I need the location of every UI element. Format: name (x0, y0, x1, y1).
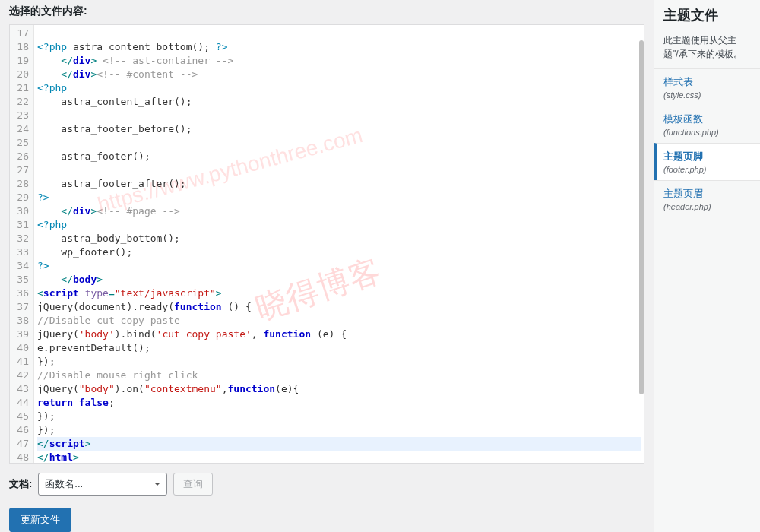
code-editor[interactable]: 1718192021222324252627282930313233343536… (9, 24, 644, 464)
code-line[interactable]: astra_footer_after(); (37, 177, 641, 191)
file-path: (functions.php) (663, 128, 751, 137)
code-line[interactable]: </div><!-- #page --> (37, 204, 641, 218)
sidebar-title: 主题文件 (654, 0, 760, 33)
scrollbar-thumb[interactable] (639, 40, 644, 394)
code-line[interactable]: ?> (37, 191, 641, 204)
code-line[interactable]: //Disable mouse right click (37, 369, 641, 382)
code-line[interactable]: e.preventDefault(); (37, 341, 641, 355)
theme-files-sidebar: 主题文件 此主题使用从父主题"/承下来的模板。 样式表(style.css)模板… (654, 0, 760, 532)
select-placeholder: 函数名... (45, 477, 83, 491)
code-line[interactable]: }); (37, 355, 641, 369)
file-path: (style.css) (663, 90, 751, 100)
code-line[interactable]: }); (37, 423, 641, 437)
file-path: (footer.php) (663, 165, 751, 174)
theme-file-item[interactable]: 样式表(style.css) (654, 68, 760, 106)
theme-file-item[interactable]: 主题页脚(footer.php) (654, 143, 760, 180)
file-name: 模板函数 (663, 112, 751, 126)
code-line[interactable]: <?php (37, 81, 641, 95)
code-line[interactable]: </body> (37, 273, 641, 287)
sidebar-desc: 此主题使用从父主题"/承下来的模板。 (654, 33, 760, 68)
code-line[interactable]: }); (37, 410, 641, 423)
code-line[interactable]: astra_content_after(); (37, 95, 641, 109)
update-file-button[interactable]: 更新文件 (9, 508, 71, 532)
code-line[interactable]: </div> <!-- ast-container --> (37, 54, 641, 68)
code-line[interactable] (37, 27, 641, 40)
scrollbar[interactable] (638, 25, 644, 463)
line-gutter: 1718192021222324252627282930313233343536… (10, 25, 34, 463)
code-line[interactable]: astra_footer_before(); (37, 122, 641, 136)
code-line[interactable]: </html> (37, 451, 641, 463)
code-line[interactable] (37, 163, 641, 177)
file-path: (header.php) (663, 202, 751, 211)
file-name: 主题页脚 (663, 150, 751, 163)
file-name: 样式表 (663, 75, 751, 89)
function-select[interactable]: 函数名... (38, 473, 167, 496)
code-line[interactable]: <?php astra_content_bottom(); ?> (37, 40, 641, 54)
code-line[interactable]: <?php (37, 218, 641, 232)
code-line[interactable]: <script type="text/javascript"> (37, 287, 641, 300)
code-line[interactable] (37, 136, 641, 150)
docs-label: 文档: (9, 477, 32, 491)
code-area[interactable]: <?php astra_content_bottom(); ?> </div> … (34, 25, 644, 463)
code-line[interactable]: jQuery("body").on("contextmenu",function… (37, 382, 641, 396)
code-line[interactable]: jQuery(document).ready(function () { (37, 300, 641, 314)
theme-file-item[interactable]: 主题页眉(header.php) (654, 180, 760, 217)
code-line[interactable] (37, 109, 641, 122)
theme-file-item[interactable]: 模板函数(functions.php) (654, 106, 760, 143)
content-label: 选择的文件内容: (9, 0, 644, 24)
file-name: 主题页眉 (663, 187, 751, 201)
code-line[interactable]: return false; (37, 396, 641, 410)
code-line[interactable]: </div><!-- #content --> (37, 68, 641, 81)
code-line[interactable]: //Disable cut copy paste (37, 314, 641, 328)
code-line[interactable]: astra_footer(); (37, 150, 641, 163)
code-line[interactable]: </script> (37, 437, 641, 451)
lookup-button[interactable]: 查询 (173, 473, 213, 496)
code-line[interactable]: jQuery('body').bind('cut copy paste', fu… (37, 328, 641, 341)
code-line[interactable]: wp_footer(); (37, 245, 641, 259)
code-line[interactable]: ?> (37, 259, 641, 273)
code-line[interactable]: astra_body_bottom(); (37, 232, 641, 245)
